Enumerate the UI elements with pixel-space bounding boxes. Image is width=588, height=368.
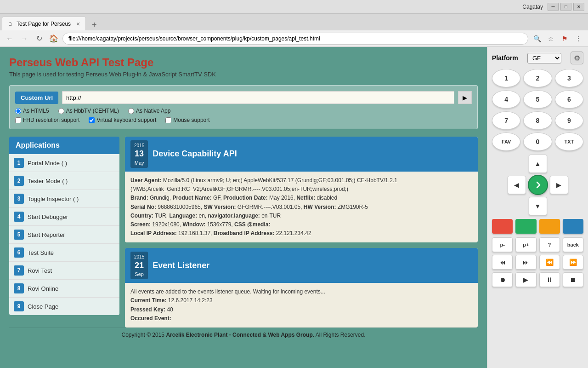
media-btn-record[interactable]: ⏺ [492, 272, 513, 287]
back-button[interactable]: ← [4, 33, 16, 45]
checkbox-fhd[interactable]: FHD resolution support [15, 117, 79, 123]
remote-num-8[interactable]: 8 [523, 111, 552, 130]
remote-num-5[interactable]: 5 [523, 90, 552, 109]
remote-num-9[interactable]: 9 [555, 111, 583, 130]
color-btn-yellow[interactable] [539, 219, 560, 234]
app-item[interactable]: 9Close Page [9, 298, 119, 315]
app-item[interactable]: 7Rovi Test [9, 262, 119, 280]
tab-favicon: 🗋 [8, 21, 13, 27]
reload-button[interactable]: ↻ [33, 33, 45, 45]
dpad-up-row [529, 155, 547, 173]
color-buttons [492, 219, 583, 234]
media-btn-next[interactable]: ⏭ [515, 255, 536, 270]
tab-label: Test Page for Perseus [17, 21, 71, 27]
api-date-badge: 2015 21 Sep [130, 252, 148, 279]
api-year: 2015 [134, 254, 144, 259]
app-num: 2 [14, 176, 24, 186]
radio-native[interactable]: As Native App [128, 108, 170, 114]
home-button[interactable]: 🏠 [48, 33, 60, 45]
color-btn-green[interactable] [515, 219, 536, 234]
app-item[interactable]: 2Tester Mode ( ) [9, 172, 119, 190]
remote-num-3[interactable]: 3 [555, 69, 583, 87]
api-panel: 2015 21 Sep Event Listener All events ar… [125, 248, 478, 328]
remote-header: Platform GF Arcelik Beko ⚙ [492, 52, 583, 64]
custom-url-input[interactable] [62, 91, 454, 104]
remote-num-txt[interactable]: TXT [555, 132, 583, 151]
media-btn-rewind[interactable]: ⏪ [539, 255, 560, 270]
dpad-up-button[interactable] [529, 155, 547, 173]
flag-button[interactable]: ⚑ [559, 33, 571, 45]
app-item[interactable]: 1Portal Mode ( ) [9, 154, 119, 172]
new-tab-button[interactable]: + [88, 19, 101, 30]
app-item[interactable]: 5Start Reporter [9, 226, 119, 244]
api-title: Device Capability API [153, 149, 237, 159]
media-buttons: ⏮⏭⏪⏩⏺▶⏸⏹ [492, 255, 583, 287]
remote-num-1[interactable]: 1 [492, 69, 520, 87]
nav-right: 🔍 ☆ ⚑ ⋮ [531, 33, 584, 45]
tab-close-button[interactable]: × [76, 20, 80, 28]
dpad-middle-row [508, 175, 568, 195]
checkbox-mouse[interactable]: Mouse support [165, 117, 209, 123]
app-item[interactable]: 6Test Suite [9, 244, 119, 262]
func-btn-p[interactable]: p- [492, 237, 513, 252]
active-tab[interactable]: 🗋 Test Page for Perseus × [2, 17, 86, 30]
app-label: Portal Mode ( ) [28, 160, 67, 167]
api-date-month: Sep [134, 271, 144, 277]
func-btn-[interactable]: ? [539, 237, 560, 252]
remote-num-2[interactable]: 2 [523, 69, 552, 87]
bookmark-button[interactable]: ☆ [545, 33, 557, 45]
search-button[interactable]: 🔍 [531, 33, 543, 45]
app-label: Rovi Online [28, 285, 58, 292]
color-btn-red[interactable] [492, 219, 513, 234]
app-item[interactable]: 3Toggle Inspector ( ) [9, 190, 119, 208]
api-date-month: May [134, 160, 144, 166]
media-btn-prev[interactable]: ⏮ [492, 255, 513, 270]
remote-num-6[interactable]: 6 [555, 90, 583, 109]
app-num: 6 [14, 247, 24, 258]
app-num: 1 [14, 158, 24, 168]
radio-hbbtv[interactable]: As HbbTV (CEHTML) [58, 108, 119, 114]
applications-panel: Applications 1Portal Mode ( )2Tester Mod… [9, 137, 119, 328]
menu-button[interactable]: ⋮ [572, 33, 584, 45]
footer-brand: Arcelik Electronic Plant - Connected & W… [166, 332, 312, 338]
forward-button[interactable]: → [18, 33, 30, 45]
remote-settings-button[interactable]: ⚙ [571, 52, 583, 64]
address-input[interactable] [62, 33, 528, 45]
radio-html5[interactable]: As HTML5 [15, 108, 49, 114]
close-window-button[interactable]: ✕ [573, 3, 584, 11]
dpad-down-button[interactable] [529, 197, 547, 215]
dpad-left-button[interactable] [508, 176, 526, 194]
nav-bar: ← → ↻ 🏠 🔍 ☆ ⚑ ⋮ [0, 30, 588, 47]
media-btn-play[interactable]: ▶ [515, 272, 536, 287]
custom-url-button[interactable]: Custom Url [15, 92, 58, 104]
checkbox-vkb[interactable]: Virtual keyboard support [89, 117, 156, 123]
app-item[interactable]: 8Rovi Online [9, 280, 119, 298]
app-num: 5 [14, 230, 24, 240]
maximize-button[interactable]: □ [560, 3, 571, 11]
api-date-badge: 2015 13 May [130, 140, 148, 168]
app-label: Toggle Inspector ( ) [28, 196, 79, 202]
media-btn-forward[interactable]: ⏩ [563, 255, 583, 270]
api-body: User Agent: Mozilla/5.0 (Linux armv9; U;… [125, 172, 478, 242]
platform-select[interactable]: GF Arcelik Beko [527, 53, 561, 63]
app-list: 1Portal Mode ( )2Tester Mode ( )3Toggle … [9, 154, 119, 315]
go-button[interactable]: ▶ [458, 91, 472, 104]
app-num: 3 [14, 194, 24, 204]
api-date-day: 21 [134, 260, 144, 271]
remote-num-fav[interactable]: FAV [492, 132, 520, 151]
color-btn-blue[interactable] [563, 219, 583, 234]
api-title: Event Listener [153, 261, 209, 270]
dpad-ok-button[interactable] [528, 175, 548, 195]
media-btn-pause[interactable]: ⏸ [539, 272, 560, 287]
media-btn-stop[interactable]: ⏹ [563, 272, 583, 287]
remote-num-4[interactable]: 4 [492, 90, 520, 109]
func-btn-p[interactable]: p+ [515, 237, 536, 252]
func-btn-back[interactable]: back [563, 237, 583, 252]
content-grid: Applications 1Portal Mode ( )2Tester Mod… [9, 137, 478, 328]
remote-num-0[interactable]: 0 [523, 132, 552, 151]
minimize-button[interactable]: ─ [548, 3, 559, 11]
remote-num-7[interactable]: 7 [492, 111, 520, 130]
app-item[interactable]: 4Start Debugger [9, 208, 119, 226]
dpad-right-button[interactable] [550, 176, 568, 194]
dpad-down-row [529, 197, 547, 215]
